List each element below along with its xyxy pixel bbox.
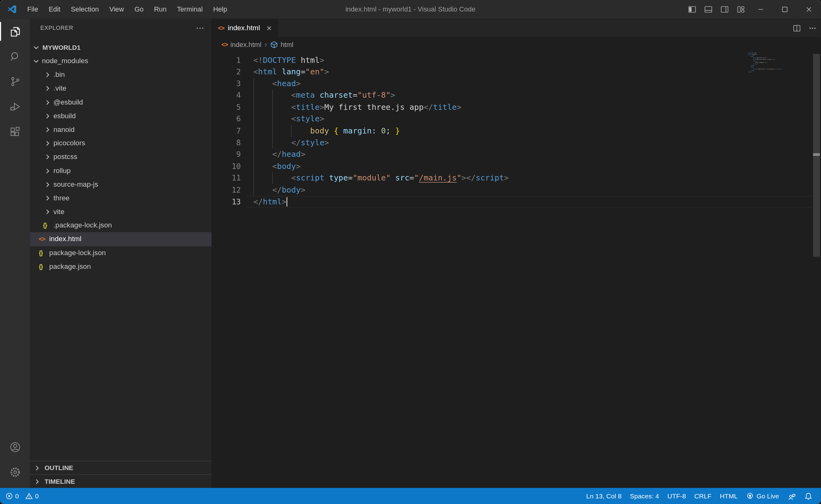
menu-terminal[interactable]: Terminal: [171, 0, 208, 19]
tree-item-node-modules[interactable]: node_modules: [30, 54, 212, 68]
code-line-9[interactable]: 9 </head>: [212, 149, 813, 161]
editor-actions: [793, 19, 817, 37]
tree-item-three[interactable]: three: [30, 191, 212, 205]
breadcrumb-item-file[interactable]: index.html: [231, 40, 262, 48]
code-line-12[interactable]: 12 </body>: [212, 184, 813, 196]
chevron-right-icon[interactable]: [44, 109, 52, 123]
more-actions-icon[interactable]: [808, 24, 817, 32]
feedback-icon[interactable]: [783, 488, 800, 504]
tree-item-nanoid[interactable]: nanoid: [30, 123, 212, 137]
menu-help[interactable]: Help: [208, 0, 233, 19]
line-number: 4: [212, 90, 241, 101]
statusbar-right: Ln 13, Col 8 Spaces: 4 UTF-8 CRLF HTML G…: [582, 488, 817, 504]
toggle-primary-sidebar-icon[interactable]: [684, 0, 700, 19]
chevron-right-icon[interactable]: [44, 164, 52, 178]
tab-bar: <> index.html: [212, 19, 821, 37]
chevron-down-icon[interactable]: [32, 54, 40, 68]
run-and-debug-icon[interactable]: [0, 94, 30, 119]
chevron-right-icon[interactable]: [44, 178, 52, 191]
menu-selection[interactable]: Selection: [66, 0, 104, 19]
tree-item-index-html[interactable]: <>index.html: [30, 232, 212, 246]
vertical-scrollbar[interactable]: [813, 54, 820, 257]
explorer-icon[interactable]: [0, 19, 30, 44]
maximize-button[interactable]: [773, 0, 797, 19]
go-live-label: Go Live: [757, 492, 779, 500]
account-icon[interactable]: [0, 435, 30, 460]
explorer-actions-icon[interactable]: ⋯: [196, 19, 204, 37]
menu-view[interactable]: View: [104, 0, 129, 19]
search-icon[interactable]: [0, 44, 30, 69]
indentation-setting[interactable]: Spaces: 4: [626, 488, 663, 504]
problems-status[interactable]: 0 0: [5, 492, 39, 500]
code-editor[interactable]: 1<!DOCTYPE html>2<html lang="en">3 <head…: [212, 54, 813, 208]
tree-item-postcss[interactable]: postcss: [30, 150, 212, 164]
sidebar-bottom-panels: OUTLINE TIMELINE: [30, 461, 212, 488]
customize-layout-icon[interactable]: [733, 0, 749, 19]
code-line-10[interactable]: 10 <body>: [212, 161, 813, 172]
source-control-icon[interactable]: [0, 69, 30, 94]
timeline-panel-header[interactable]: TIMELINE: [30, 474, 212, 488]
chevron-right-icon[interactable]: [44, 96, 52, 109]
code-line-7[interactable]: 7 body { margin: 0; }: [212, 125, 813, 137]
code-line-13[interactable]: 13</html>: [212, 196, 813, 208]
notifications-bell-icon[interactable]: [800, 488, 817, 504]
breadcrumb-item-symbol[interactable]: html: [281, 40, 293, 48]
tree-item--vite[interactable]: .vite: [30, 82, 212, 96]
cursor-position[interactable]: Ln 13, Col 8: [582, 488, 626, 504]
tree-item-picocolors[interactable]: picocolors: [30, 137, 212, 150]
encoding-setting[interactable]: UTF-8: [663, 488, 690, 504]
split-editor-icon[interactable]: [793, 24, 801, 32]
code-line-2[interactable]: 2<html lang="en">: [212, 66, 813, 78]
error-count: 0: [15, 492, 19, 500]
outline-panel-header[interactable]: OUTLINE: [30, 461, 212, 474]
toggle-panel-icon[interactable]: [700, 0, 716, 19]
tree-item-label: package.json: [49, 260, 91, 273]
chevron-right-icon[interactable]: [44, 68, 52, 82]
tree-item-vite[interactable]: vite: [30, 205, 212, 219]
code-line-4[interactable]: 4 <meta charset="utf-8">: [212, 90, 813, 101]
tree-item--esbuild[interactable]: @esbuild: [30, 96, 212, 109]
tab-index-html[interactable]: <> index.html: [212, 19, 278, 37]
tab-close-icon[interactable]: [265, 24, 273, 32]
tree-item-esbuild[interactable]: esbuild: [30, 109, 212, 123]
code-line-8[interactable]: 8 </style>: [212, 137, 813, 149]
chevron-right-icon[interactable]: [44, 191, 52, 205]
chevron-right-icon: [33, 477, 41, 486]
workspace-section-header[interactable]: MYWORLD1: [30, 41, 212, 54]
line-number: 8: [212, 137, 241, 149]
code-line-11[interactable]: 11 <script type="module" src="/main.js">…: [212, 172, 813, 184]
code-line-5[interactable]: 5 <title>My first three.js app</title>: [212, 101, 813, 113]
settings-gear-icon[interactable]: [0, 460, 30, 485]
tree-item-package-json[interactable]: {}package.json: [30, 260, 212, 273]
chevron-right-icon[interactable]: [44, 205, 52, 219]
symbol-cube-icon: [270, 40, 278, 48]
warning-icon: [25, 492, 33, 500]
minimize-button[interactable]: [749, 0, 773, 19]
tree-item-rollup[interactable]: rollup: [30, 164, 212, 178]
tree-item-package-lock-json[interactable]: {}package-lock.json: [30, 246, 212, 260]
eol-setting[interactable]: CRLF: [690, 488, 716, 504]
code-line-6[interactable]: 6 <style>: [212, 113, 813, 125]
menu-run[interactable]: Run: [149, 0, 172, 19]
extensions-icon[interactable]: [0, 119, 30, 144]
tree-item--package-lock-json[interactable]: {}.package-lock.json: [30, 219, 212, 232]
chevron-right-icon[interactable]: [44, 82, 52, 96]
code-line-1[interactable]: 1<!DOCTYPE html>: [212, 54, 813, 66]
chevron-right-icon[interactable]: [44, 123, 52, 137]
menu-file[interactable]: File: [22, 0, 44, 19]
line-number: 10: [212, 161, 241, 172]
menu-go[interactable]: Go: [129, 0, 149, 19]
chevron-right-icon[interactable]: [44, 150, 52, 164]
language-mode[interactable]: HTML: [716, 488, 742, 504]
tree-item--bin[interactable]: .bin: [30, 68, 212, 82]
minimap[interactable]: <!DOCTYPE html><html lang="en"> <head> <…: [748, 52, 814, 77]
go-live-button[interactable]: Go Live: [742, 488, 783, 504]
chevron-right-icon[interactable]: [44, 137, 52, 150]
vscode-logo-icon[interactable]: [7, 5, 17, 14]
toggle-secondary-sidebar-icon[interactable]: [716, 0, 733, 19]
code-line-3[interactable]: 3 <head>: [212, 78, 813, 90]
close-button[interactable]: [797, 0, 821, 19]
code-text: <head>: [254, 78, 301, 90]
menu-edit[interactable]: Edit: [43, 0, 65, 19]
tree-item-source-map-js[interactable]: source-map-js: [30, 178, 212, 191]
